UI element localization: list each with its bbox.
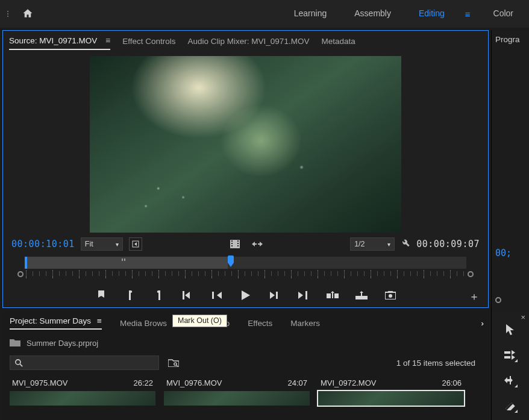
workspace-tab-assembly[interactable]: Assembly bbox=[346, 2, 399, 25]
grip-icon[interactable] bbox=[7, 11, 11, 17]
tab-effects[interactable]: Effects bbox=[248, 319, 272, 328]
tools-panel: × bbox=[491, 310, 529, 420]
clip-duration: 26:06 bbox=[442, 378, 462, 387]
tab-media-browser[interactable]: Media Brows bbox=[120, 319, 167, 328]
svg-rect-16 bbox=[361, 293, 362, 296]
svg-line-21 bbox=[20, 364, 22, 366]
in-point-marker[interactable] bbox=[25, 257, 27, 269]
search-input[interactable] bbox=[10, 356, 159, 370]
export-frame-button[interactable] bbox=[383, 289, 398, 301]
clip-card[interactable]: MVI_0975.MOV 26:22 bbox=[10, 377, 155, 406]
tab-metadata[interactable]: Metadata bbox=[321, 37, 355, 49]
go-to-out-button[interactable] bbox=[296, 289, 311, 301]
source-viewer[interactable] bbox=[3, 54, 488, 235]
resolution-dropdown[interactable]: 1/2 ▾ bbox=[350, 237, 395, 251]
clip-thumbnail[interactable] bbox=[10, 391, 155, 406]
tab-project[interactable]: Project: Summer Days ≡ bbox=[10, 316, 102, 330]
bin-icon[interactable] bbox=[10, 338, 20, 348]
zoom-handle-left[interactable] bbox=[17, 271, 23, 277]
zoom-handle-right[interactable] bbox=[468, 271, 474, 277]
panel-overflow-icon[interactable]: ›› bbox=[481, 319, 481, 328]
playhead-timecode[interactable]: 00:00:10:01 bbox=[11, 239, 75, 249]
svg-rect-13 bbox=[334, 293, 339, 298]
button-editor-icon[interactable]: ＋ bbox=[469, 289, 480, 304]
project-panel-tabs: Project: Summer Days ≡ Media Brows ries … bbox=[7, 310, 484, 334]
close-panel-icon[interactable]: × bbox=[521, 313, 525, 322]
step-forward-button[interactable] bbox=[268, 289, 282, 301]
svg-rect-12 bbox=[327, 293, 331, 298]
tab-project-label: Project: Summer Days bbox=[10, 316, 91, 325]
tab-source[interactable]: Source: MVI_0971.MOV ≡ bbox=[9, 36, 110, 50]
home-icon[interactable] bbox=[22, 8, 34, 20]
workspace-tab-editing[interactable]: Editing bbox=[410, 2, 453, 25]
clip-marker-indicator bbox=[122, 259, 123, 261]
in-out-range[interactable] bbox=[25, 257, 228, 269]
clip-card[interactable]: MVI_0976.MOV 24:07 bbox=[164, 377, 310, 406]
project-path-row: Summer Days.prproj bbox=[7, 334, 484, 352]
svg-point-20 bbox=[16, 359, 20, 364]
svg-rect-15 bbox=[355, 296, 368, 299]
svg-rect-9 bbox=[212, 292, 214, 299]
program-monitor-panel: Progra 00; bbox=[491, 30, 529, 310]
svg-rect-24 bbox=[510, 376, 511, 384]
tooltip: Mark Out (O) bbox=[172, 315, 227, 327]
viewer-controls-row: 00:00:10:01 Fit ▾ 1/2 ▾ 00:0 bbox=[3, 235, 488, 252]
clip-thumbnail[interactable] bbox=[318, 391, 464, 406]
svg-rect-19 bbox=[388, 291, 393, 293]
clip-thumbnail[interactable] bbox=[164, 391, 310, 406]
panel-menu-icon[interactable]: ≡ bbox=[91, 316, 102, 325]
tab-program[interactable]: Progra bbox=[495, 35, 529, 44]
in-out-bar[interactable] bbox=[25, 257, 466, 269]
svg-point-18 bbox=[389, 294, 392, 298]
drag-av-icon[interactable] bbox=[252, 240, 263, 248]
svg-rect-3 bbox=[231, 243, 233, 244]
program-zoom-handle[interactable] bbox=[495, 297, 501, 303]
video-only-icon[interactable] bbox=[230, 240, 240, 248]
clip-name: MVI_0976.MOV bbox=[166, 378, 222, 387]
svg-rect-10 bbox=[276, 292, 278, 299]
svg-rect-14 bbox=[332, 293, 333, 298]
play-button[interactable] bbox=[239, 289, 253, 301]
svg-rect-2 bbox=[231, 240, 233, 242]
mark-out-button[interactable] bbox=[152, 289, 166, 301]
safe-margins-toggle[interactable] bbox=[129, 237, 142, 251]
project-search-row: 1 of 15 items selected bbox=[7, 352, 484, 375]
program-timecode[interactable]: 00; bbox=[495, 248, 529, 297]
ruler-ticks[interactable] bbox=[26, 270, 465, 278]
go-to-in-button[interactable] bbox=[181, 289, 195, 301]
time-ruler[interactable] bbox=[17, 269, 474, 280]
clip-card[interactable]: MVI_0972.MOV 26:06 bbox=[318, 377, 464, 406]
add-marker-button[interactable] bbox=[94, 289, 108, 301]
video-frame bbox=[90, 56, 401, 233]
clip-duration: 24:07 bbox=[287, 378, 307, 387]
project-file-name: Summer Days.prproj bbox=[27, 339, 98, 348]
svg-point-22 bbox=[174, 363, 177, 365]
svg-line-23 bbox=[177, 365, 178, 366]
svg-rect-6 bbox=[237, 243, 239, 244]
tab-effect-controls[interactable]: Effect Controls bbox=[122, 37, 175, 49]
zoom-dropdown[interactable]: Fit ▾ bbox=[81, 237, 123, 251]
svg-rect-5 bbox=[237, 240, 239, 242]
mark-in-button[interactable] bbox=[123, 289, 137, 301]
workspace-tab-color[interactable]: Color bbox=[485, 2, 522, 25]
project-panel: Project: Summer Days ≡ Media Brows ries … bbox=[2, 310, 489, 420]
svg-rect-4 bbox=[231, 245, 233, 246]
source-panel-tabs: Source: MVI_0971.MOV ≡ Effect Controls A… bbox=[3, 31, 488, 54]
new-search-bin-icon[interactable] bbox=[167, 357, 180, 369]
workspace-tab-learning[interactable]: Learning bbox=[286, 2, 336, 25]
tab-markers[interactable]: Markers bbox=[290, 319, 320, 328]
clip-duration: 26:22 bbox=[133, 378, 153, 387]
playhead[interactable] bbox=[228, 255, 235, 270]
tab-audio-clip-mixer[interactable]: Audio Clip Mixer: MVI_0971.MOV bbox=[188, 37, 310, 49]
insert-button[interactable] bbox=[325, 289, 340, 301]
workspace-menu-icon[interactable]: ≡ bbox=[464, 9, 474, 19]
clip-name: MVI_0972.MOV bbox=[321, 378, 377, 387]
overwrite-button[interactable] bbox=[354, 289, 369, 301]
search-icon bbox=[15, 359, 23, 367]
settings-wrench-icon[interactable] bbox=[401, 239, 410, 250]
step-back-button[interactable] bbox=[210, 289, 224, 301]
panel-menu-icon[interactable]: ≡ bbox=[99, 36, 110, 45]
source-monitor-panel: Source: MVI_0971.MOV ≡ Effect Controls A… bbox=[2, 30, 489, 308]
project-thumbnails: MVI_0975.MOV 26:22 MVI_0976.MOV 24:07 MV… bbox=[7, 375, 484, 406]
selection-tool[interactable] bbox=[502, 321, 519, 338]
